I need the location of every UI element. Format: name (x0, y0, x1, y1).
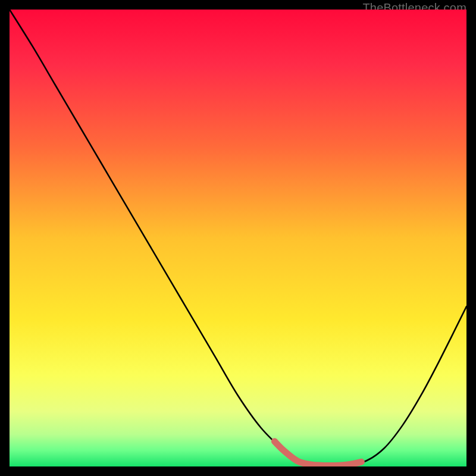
chart-container: TheBottleneck.com (0, 0, 476, 476)
bottleneck-curve-path (10, 10, 466, 465)
optimal-zone-marker (274, 441, 361, 466)
plot-area (10, 10, 466, 466)
bottleneck-curve-svg (10, 10, 466, 466)
